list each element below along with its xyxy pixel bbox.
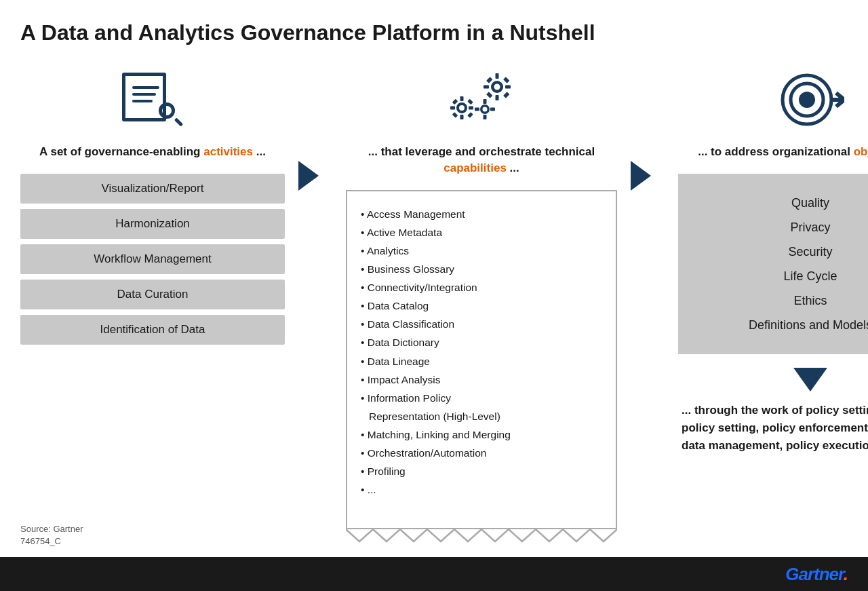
svg-point-11 (459, 105, 465, 111)
svg-rect-7 (502, 77, 509, 83)
svg-rect-9 (502, 92, 509, 98)
cap-impact: • Impact Analysis (361, 370, 602, 389)
middle-column: ... that leverage and orchestrate techni… (346, 66, 617, 544)
main-content: A Data and Analytics Governance Platform… (0, 0, 868, 563)
right-column: ... to address organizational objectives… (678, 66, 868, 455)
obj-lifecycle: Life Cycle (688, 264, 868, 288)
middle-column-header: ... that leverage and orchestrate techni… (346, 144, 617, 176)
cap-more: • ... (361, 480, 602, 499)
svg-rect-18 (452, 112, 457, 117)
activity-visualization: Visualization/Report (20, 174, 285, 204)
arrow-right-icon (298, 161, 319, 191)
doc-line-2 (132, 93, 156, 96)
capabilities-gears-icon (450, 71, 514, 129)
mag-circle (159, 102, 175, 119)
capabilities-box: • Access Management • Active Metadata • … (346, 190, 617, 529)
svg-point-21 (482, 107, 487, 111)
objectives-target-icon (776, 71, 844, 129)
obj-privacy: Privacy (688, 215, 868, 240)
cap-catalog: • Data Catalog (361, 297, 602, 315)
cap-classification: • Data Classification (361, 315, 602, 333)
activities-icon-container (122, 66, 183, 134)
svg-rect-6 (486, 77, 492, 83)
svg-point-28 (799, 92, 815, 108)
activity-list: Visualization/Report Harmonization Workf… (20, 174, 285, 345)
svg-rect-19 (467, 112, 473, 117)
svg-rect-24 (475, 107, 479, 111)
cap-analytics: • Analytics (361, 242, 602, 260)
doc-line-3 (132, 100, 153, 102)
obj-definitions: Definitions and Models (688, 313, 868, 337)
left-column: A set of governance-enabling activities … (20, 66, 285, 345)
svg-rect-12 (460, 96, 463, 101)
cap-glossary: • Business Glossary (361, 260, 602, 278)
mag-handle (174, 117, 183, 126)
right-column-header: ... to address organizational objectives… (698, 144, 868, 160)
activities-icon (122, 73, 183, 127)
cap-access: • Access Management (361, 205, 602, 223)
cap-metadata: • Active Metadata (361, 223, 602, 242)
cap-matching: • Matching, Linking and Merging (361, 425, 602, 444)
zigzag-bottom (346, 529, 617, 544)
activity-harmonization: Harmonization (20, 209, 285, 239)
cap-lineage: • Data Lineage (361, 352, 602, 370)
obj-security: Security (688, 240, 868, 264)
arrow-right-icon-2 (631, 161, 651, 191)
arrow-down-icon (793, 368, 827, 392)
svg-rect-4 (484, 85, 489, 88)
gartner-logo: Gartner. (785, 564, 848, 585)
objectives-box: Quality Privacy Security Life Cycle Ethi… (678, 174, 868, 354)
cap-policy2: Representation (High-Level) (361, 407, 602, 425)
arrow-down-container (793, 368, 827, 392)
capabilities-icon-container (450, 66, 514, 134)
footer-bar: Gartner. (0, 557, 868, 591)
svg-rect-3 (495, 95, 498, 100)
svg-rect-5 (505, 85, 511, 88)
cap-connectivity: • Connectivity/Integration (361, 278, 602, 297)
obj-ethics: Ethics (688, 288, 868, 313)
svg-rect-14 (450, 106, 455, 109)
svg-rect-25 (490, 107, 495, 111)
arrow-left-to-middle (298, 66, 332, 191)
cap-policy1: • Information Policy (361, 389, 602, 407)
cap-orchestration: • Orchestration/Automation (361, 444, 602, 462)
doc-lines (132, 86, 159, 107)
doc-line-1 (132, 86, 159, 89)
svg-rect-13 (460, 115, 463, 119)
svg-rect-15 (469, 106, 473, 109)
svg-rect-17 (467, 98, 473, 104)
activity-curation: Data Curation (20, 280, 285, 309)
activity-identification: Identification of Data (20, 315, 285, 345)
obj-quality: Quality (688, 191, 868, 215)
left-column-header: A set of governance-enabling activities … (39, 144, 266, 160)
svg-rect-8 (486, 92, 492, 98)
svg-rect-23 (483, 115, 486, 119)
policy-text: ... through the work of policy setting, … (678, 402, 868, 455)
activity-workflow: Workflow Management (20, 244, 285, 274)
cap-dictionary: • Data Dictionary (361, 333, 602, 351)
svg-rect-22 (483, 99, 486, 104)
magnifier-shape (159, 102, 183, 127)
svg-point-1 (494, 83, 500, 90)
cap-profiling: • Profiling (361, 462, 602, 480)
three-columns-layout: A set of governance-enabling activities … (20, 66, 848, 514)
page-title: A Data and Analytics Governance Platform… (20, 20, 848, 45)
arrow-middle-to-right (631, 66, 665, 191)
objectives-icon-container (776, 66, 844, 134)
svg-rect-2 (495, 73, 498, 79)
svg-rect-16 (452, 98, 457, 104)
